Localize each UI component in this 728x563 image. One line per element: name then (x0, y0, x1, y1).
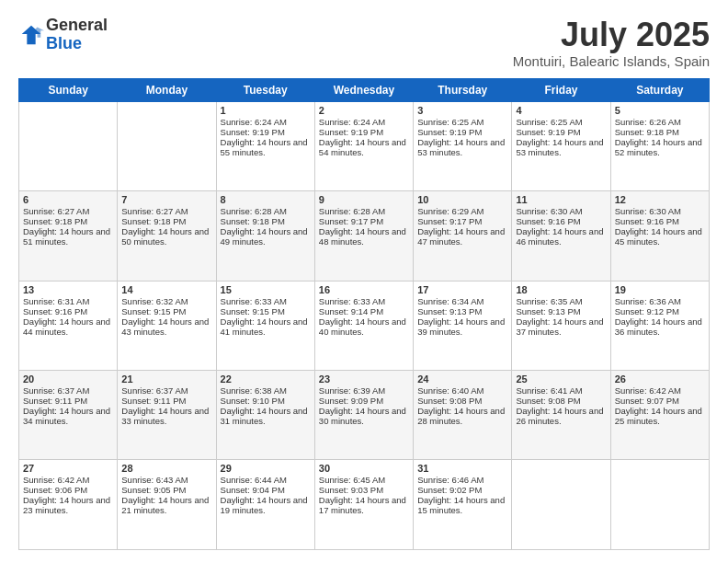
logo-general: General (46, 17, 108, 35)
header: General Blue July 2025 Montuiri, Baleari… (18, 17, 710, 69)
day-number: 26 (615, 373, 705, 385)
daylight-text: Daylight: 14 hours and 25 minutes. (615, 406, 705, 426)
sunrise-text: Sunrise: 6:30 AM (516, 206, 606, 216)
sunrise-text: Sunrise: 6:24 AM (221, 117, 311, 127)
sunset-text: Sunset: 9:18 PM (615, 127, 705, 137)
calendar-day-header: Tuesday (216, 78, 314, 101)
sunset-text: Sunset: 9:16 PM (23, 306, 113, 316)
sunrise-text: Sunrise: 6:28 AM (319, 206, 409, 216)
daylight-text: Daylight: 14 hours and 28 minutes. (417, 406, 507, 426)
sunrise-text: Sunrise: 6:42 AM (23, 475, 113, 485)
sunset-text: Sunset: 9:13 PM (417, 306, 507, 316)
sunset-text: Sunset: 9:10 PM (221, 396, 311, 406)
calendar-cell: 5Sunrise: 6:26 AMSunset: 9:18 PMDaylight… (610, 101, 709, 190)
sunset-text: Sunset: 9:16 PM (615, 216, 705, 226)
sunset-text: Sunset: 9:19 PM (417, 127, 507, 137)
calendar-cell: 4Sunrise: 6:25 AMSunset: 9:19 PMDaylight… (512, 101, 610, 190)
sunset-text: Sunset: 9:19 PM (221, 127, 311, 137)
day-number: 9 (319, 194, 409, 205)
daylight-text: Daylight: 14 hours and 52 minutes. (615, 137, 705, 157)
daylight-text: Daylight: 14 hours and 48 minutes. (319, 226, 409, 247)
day-number: 15 (221, 284, 311, 295)
sunrise-text: Sunrise: 6:33 AM (221, 296, 311, 306)
day-number: 19 (615, 284, 705, 295)
calendar-cell: 11Sunrise: 6:30 AMSunset: 9:16 PMDayligh… (512, 191, 610, 281)
calendar-cell: 29Sunrise: 6:44 AMSunset: 9:04 PMDayligh… (216, 460, 314, 550)
day-number: 20 (23, 373, 113, 385)
sunrise-text: Sunrise: 6:33 AM (319, 296, 409, 306)
calendar-cell: 23Sunrise: 6:39 AMSunset: 9:09 PMDayligh… (314, 371, 413, 460)
sunset-text: Sunset: 9:05 PM (121, 485, 211, 495)
sunset-text: Sunset: 9:18 PM (221, 216, 311, 226)
calendar-cell: 28Sunrise: 6:43 AMSunset: 9:05 PMDayligh… (118, 460, 216, 550)
calendar-week-row: 1Sunrise: 6:24 AMSunset: 9:19 PMDaylight… (19, 101, 710, 190)
sunrise-text: Sunrise: 6:26 AM (615, 117, 705, 127)
day-number: 31 (417, 463, 507, 474)
daylight-text: Daylight: 14 hours and 33 minutes. (121, 406, 211, 426)
day-number: 11 (516, 194, 606, 205)
calendar-cell: 20Sunrise: 6:37 AMSunset: 9:11 PMDayligh… (19, 371, 118, 460)
daylight-text: Daylight: 14 hours and 47 minutes. (417, 226, 507, 247)
location-title: Montuiri, Balearic Islands, Spain (513, 53, 710, 69)
sunset-text: Sunset: 9:17 PM (319, 216, 409, 226)
daylight-text: Daylight: 14 hours and 50 minutes. (121, 226, 211, 247)
calendar-cell: 12Sunrise: 6:30 AMSunset: 9:16 PMDayligh… (610, 191, 709, 281)
calendar-cell: 21Sunrise: 6:37 AMSunset: 9:11 PMDayligh… (118, 371, 216, 460)
sunset-text: Sunset: 9:19 PM (319, 127, 409, 137)
calendar-cell: 13Sunrise: 6:31 AMSunset: 9:16 PMDayligh… (19, 281, 118, 370)
daylight-text: Daylight: 14 hours and 49 minutes. (221, 226, 311, 247)
calendar-week-row: 6Sunrise: 6:27 AMSunset: 9:18 PMDaylight… (19, 191, 710, 281)
sunrise-text: Sunrise: 6:40 AM (417, 385, 507, 396)
sunrise-text: Sunrise: 6:28 AM (221, 206, 311, 216)
sunset-text: Sunset: 9:06 PM (23, 485, 113, 495)
calendar-week-row: 20Sunrise: 6:37 AMSunset: 9:11 PMDayligh… (19, 371, 710, 460)
sunset-text: Sunset: 9:02 PM (417, 485, 507, 495)
sunset-text: Sunset: 9:11 PM (121, 396, 211, 406)
calendar-week-row: 13Sunrise: 6:31 AMSunset: 9:16 PMDayligh… (19, 281, 710, 370)
calendar-cell (118, 101, 216, 190)
daylight-text: Daylight: 14 hours and 31 minutes. (221, 406, 311, 426)
calendar-cell: 7Sunrise: 6:27 AMSunset: 9:18 PMDaylight… (118, 191, 216, 281)
day-number: 6 (23, 194, 113, 205)
calendar-cell: 30Sunrise: 6:45 AMSunset: 9:03 PMDayligh… (314, 460, 413, 550)
daylight-text: Daylight: 14 hours and 41 minutes. (221, 316, 311, 337)
day-number: 13 (23, 284, 113, 295)
day-number: 12 (615, 194, 705, 205)
daylight-text: Daylight: 14 hours and 45 minutes. (615, 226, 705, 247)
calendar-cell: 16Sunrise: 6:33 AMSunset: 9:14 PMDayligh… (314, 281, 413, 370)
calendar-cell: 9Sunrise: 6:28 AMSunset: 9:17 PMDaylight… (314, 191, 413, 281)
calendar-cell: 1Sunrise: 6:24 AMSunset: 9:19 PMDaylight… (216, 101, 314, 190)
daylight-text: Daylight: 14 hours and 15 minutes. (417, 495, 507, 515)
sunrise-text: Sunrise: 6:27 AM (23, 206, 113, 216)
calendar-cell: 15Sunrise: 6:33 AMSunset: 9:15 PMDayligh… (216, 281, 314, 370)
day-number: 3 (417, 105, 507, 116)
sunset-text: Sunset: 9:16 PM (516, 216, 606, 226)
day-number: 14 (121, 284, 211, 295)
sunset-text: Sunset: 9:04 PM (221, 485, 311, 495)
sunrise-text: Sunrise: 6:37 AM (23, 385, 113, 396)
calendar-cell: 27Sunrise: 6:42 AMSunset: 9:06 PMDayligh… (19, 460, 118, 550)
page: General Blue July 2025 Montuiri, Baleari… (0, 0, 728, 563)
sunrise-text: Sunrise: 6:25 AM (516, 117, 606, 127)
calendar-cell: 6Sunrise: 6:27 AMSunset: 9:18 PMDaylight… (19, 191, 118, 281)
sunset-text: Sunset: 9:09 PM (319, 396, 409, 406)
sunset-text: Sunset: 9:15 PM (121, 306, 211, 316)
daylight-text: Daylight: 14 hours and 43 minutes. (121, 316, 211, 337)
logo: General Blue (18, 17, 108, 53)
daylight-text: Daylight: 14 hours and 23 minutes. (23, 495, 113, 515)
day-number: 30 (319, 463, 409, 474)
sunrise-text: Sunrise: 6:36 AM (615, 296, 705, 306)
day-number: 29 (221, 463, 311, 474)
sunset-text: Sunset: 9:08 PM (516, 396, 606, 406)
calendar-day-header: Thursday (414, 78, 512, 101)
daylight-text: Daylight: 14 hours and 53 minutes. (516, 137, 606, 157)
calendar-cell: 14Sunrise: 6:32 AMSunset: 9:15 PMDayligh… (118, 281, 216, 370)
day-number: 10 (417, 194, 507, 205)
day-number: 5 (615, 105, 705, 116)
sunrise-text: Sunrise: 6:35 AM (516, 296, 606, 306)
sunset-text: Sunset: 9:18 PM (23, 216, 113, 226)
calendar-header-row: SundayMondayTuesdayWednesdayThursdayFrid… (19, 78, 710, 101)
calendar-day-header: Saturday (610, 78, 709, 101)
sunset-text: Sunset: 9:08 PM (417, 396, 507, 406)
calendar-week-row: 27Sunrise: 6:42 AMSunset: 9:06 PMDayligh… (19, 460, 710, 550)
